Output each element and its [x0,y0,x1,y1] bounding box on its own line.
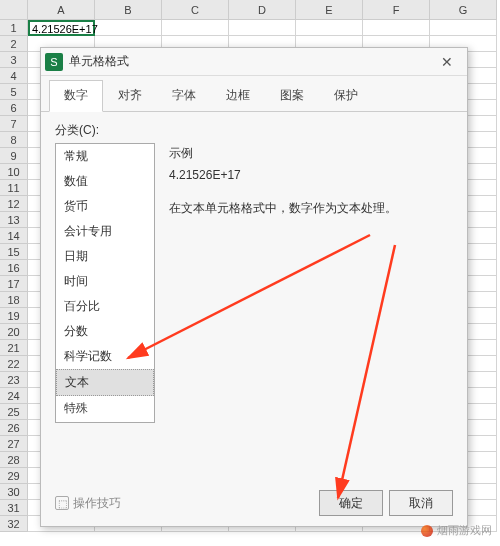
watermark-icon [421,525,433,537]
row-header[interactable]: 28 [0,452,28,468]
tab-2[interactable]: 字体 [157,80,211,111]
cancel-button[interactable]: 取消 [389,490,453,516]
watermark-text: 烟雨游戏网 [437,523,492,538]
tips-link[interactable]: ⬚ 操作技巧 [55,495,121,512]
row-header[interactable]: 9 [0,148,28,164]
close-button[interactable]: ✕ [431,50,463,74]
row-header[interactable]: 11 [0,180,28,196]
category-item[interactable]: 自定义 [56,421,154,423]
format-description: 在文本单元格格式中，数字作为文本处理。 [169,200,449,217]
cell[interactable] [296,20,363,36]
category-item[interactable]: 货币 [56,194,154,219]
row-header[interactable]: 23 [0,372,28,388]
dialog-body: 分类(C): 常规数值货币会计专用日期时间百分比分数科学记数文本特殊自定义 示例… [41,112,467,433]
row-header[interactable]: 12 [0,196,28,212]
column-header[interactable]: C [162,0,229,20]
row-header[interactable]: 29 [0,468,28,484]
tab-0[interactable]: 数字 [49,80,103,112]
cell[interactable] [430,20,497,36]
row-header[interactable]: 6 [0,100,28,116]
row-header[interactable]: 14 [0,228,28,244]
tips-icon: ⬚ [55,496,69,510]
tab-3[interactable]: 边框 [211,80,265,111]
row-header[interactable]: 16 [0,260,28,276]
app-icon: S [45,53,63,71]
column-header[interactable]: B [95,0,162,20]
row-header[interactable]: 21 [0,340,28,356]
dialog-title: 单元格格式 [69,53,431,70]
dialog-titlebar: S 单元格格式 ✕ [41,48,467,76]
row-header[interactable]: 26 [0,420,28,436]
ok-button[interactable]: 确定 [319,490,383,516]
category-listbox[interactable]: 常规数值货币会计专用日期时间百分比分数科学记数文本特殊自定义 [55,143,155,423]
column-headers-row: ABCDEFG [0,0,500,20]
row-header[interactable]: 17 [0,276,28,292]
row-header[interactable]: 25 [0,404,28,420]
example-label: 示例 [169,145,449,162]
row-header[interactable]: 13 [0,212,28,228]
row-header[interactable]: 2 [0,36,28,52]
row-header[interactable]: 19 [0,308,28,324]
row-header[interactable]: 4 [0,68,28,84]
tab-4[interactable]: 图案 [265,80,319,111]
category-item[interactable]: 常规 [56,144,154,169]
row-header[interactable]: 27 [0,436,28,452]
row-header[interactable]: 31 [0,500,28,516]
dialog-tabs: 数字对齐字体边框图案保护 [41,76,467,112]
category-item[interactable]: 特殊 [56,396,154,421]
cell-format-dialog: S 单元格格式 ✕ 数字对齐字体边框图案保护 分类(C): 常规数值货币会计专用… [40,47,468,527]
category-item[interactable]: 分数 [56,319,154,344]
column-header[interactable]: A [28,0,95,20]
row-header[interactable]: 18 [0,292,28,308]
select-all-corner[interactable] [0,0,28,20]
row-header[interactable]: 30 [0,484,28,500]
tab-1[interactable]: 对齐 [103,80,157,111]
format-preview-pane: 示例 4.21526E+17 在文本单元格格式中，数字作为文本处理。 [165,143,453,423]
watermark: 烟雨游戏网 [421,523,492,538]
category-item[interactable]: 会计专用 [56,219,154,244]
category-item[interactable]: 科学记数 [56,344,154,369]
row-header[interactable]: 20 [0,324,28,340]
tab-5[interactable]: 保护 [319,80,373,111]
row-header[interactable]: 10 [0,164,28,180]
cell[interactable] [162,20,229,36]
cell[interactable] [363,20,430,36]
row-header[interactable]: 3 [0,52,28,68]
row-header[interactable]: 1 [0,20,28,36]
row-header[interactable]: 5 [0,84,28,100]
row-header[interactable]: 22 [0,356,28,372]
cell[interactable]: 4.21526E+17 [28,20,95,36]
column-header[interactable]: G [430,0,497,20]
tips-label: 操作技巧 [73,495,121,512]
column-header[interactable]: E [296,0,363,20]
row-header[interactable]: 7 [0,116,28,132]
row-header[interactable]: 15 [0,244,28,260]
grid-row: 14.21526E+17 [0,20,500,36]
row-header[interactable]: 24 [0,388,28,404]
column-header[interactable]: F [363,0,430,20]
column-header[interactable]: D [229,0,296,20]
category-item[interactable]: 日期 [56,244,154,269]
category-label: 分类(C): [55,122,453,139]
dialog-footer: ⬚ 操作技巧 确定 取消 [55,490,453,516]
cell[interactable] [229,20,296,36]
row-header[interactable]: 32 [0,516,28,532]
cell[interactable] [95,20,162,36]
category-item[interactable]: 时间 [56,269,154,294]
example-value: 4.21526E+17 [169,168,449,182]
category-item[interactable]: 文本 [56,369,154,396]
row-header[interactable]: 8 [0,132,28,148]
category-item[interactable]: 百分比 [56,294,154,319]
category-item[interactable]: 数值 [56,169,154,194]
